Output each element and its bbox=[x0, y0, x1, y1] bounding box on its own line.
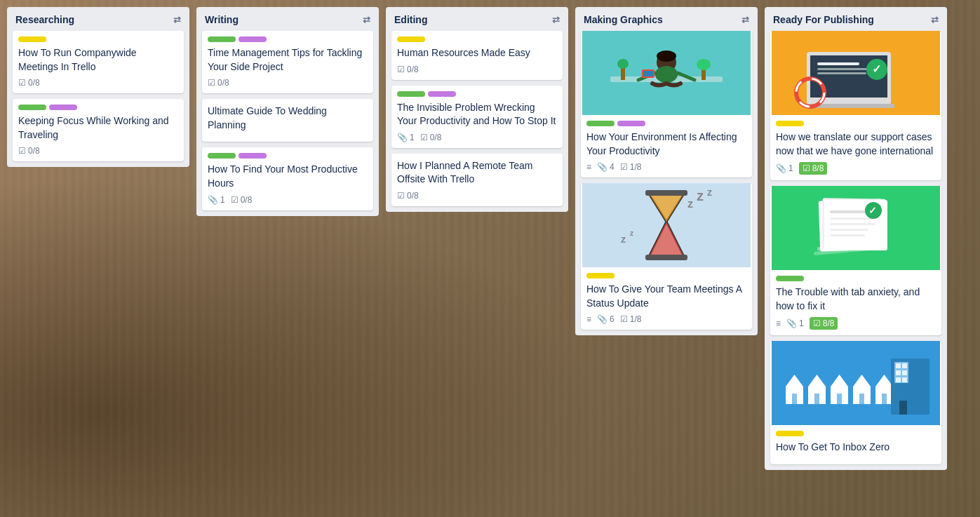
card-image-yoga bbox=[581, 31, 752, 115]
column-header-making-graphics: Making Graphics⇄ bbox=[575, 7, 758, 31]
label-purple bbox=[239, 36, 267, 42]
badge-text: 6 bbox=[610, 314, 615, 324]
expand-icon[interactable]: ⇄ bbox=[173, 15, 181, 25]
svg-text:z: z bbox=[621, 234, 626, 245]
column-actions-editing[interactable]: ⇄ bbox=[552, 15, 560, 25]
expand-icon[interactable]: ⇄ bbox=[931, 15, 939, 25]
column-title-ready-for-publishing: Ready For Publishing bbox=[773, 14, 874, 25]
card-footer: ☑0/8 bbox=[397, 191, 557, 201]
label-yellow bbox=[776, 431, 804, 436]
svg-rect-39 bbox=[830, 217, 872, 220]
svg-rect-65 bbox=[896, 370, 901, 375]
badge-text: 0/8 bbox=[241, 195, 253, 205]
svg-rect-54 bbox=[837, 394, 842, 404]
card-title: How To Get To Inbox Zero bbox=[776, 441, 936, 455]
svg-rect-51 bbox=[814, 394, 819, 404]
column-title-writing: Writing bbox=[205, 14, 239, 25]
checklist-icon: ☑ bbox=[813, 318, 821, 328]
card[interactable]: Time Management Tips for Tackling Your S… bbox=[202, 31, 373, 93]
card[interactable]: z z z z z How To Give Your Team Meetings… bbox=[581, 183, 752, 330]
card-title: How To Run Companywide Meetings In Trell… bbox=[18, 46, 178, 74]
svg-rect-25 bbox=[817, 68, 873, 70]
column-actions-making-graphics[interactable]: ⇄ bbox=[741, 15, 749, 25]
card-labels bbox=[397, 91, 557, 97]
column-header-editing: Editing⇄ bbox=[386, 7, 568, 31]
badge-checklist: ☑8/8 bbox=[810, 317, 838, 330]
column-actions-writing[interactable]: ⇄ bbox=[363, 15, 370, 25]
expand-icon[interactable]: ⇄ bbox=[741, 15, 749, 25]
attachment-icon: 📎 bbox=[786, 318, 797, 328]
label-purple bbox=[239, 153, 267, 159]
badge-text: 4 bbox=[610, 162, 615, 172]
expand-icon[interactable]: ⇄ bbox=[552, 15, 560, 25]
card[interactable]: How To Get To Inbox Zero bbox=[770, 341, 941, 464]
column-header-writing: Writing⇄ bbox=[196, 7, 379, 31]
badge-menu: ≡ bbox=[586, 314, 591, 324]
svg-point-8 bbox=[697, 59, 711, 70]
card[interactable]: How To Find Your Most Productive Hours📎1… bbox=[202, 147, 373, 210]
card-title: How To Give Your Team Meetings A Status … bbox=[586, 283, 746, 310]
card[interactable]: How To Run Companywide Meetings In Trell… bbox=[13, 31, 184, 93]
card-footer: 📎1☑0/8 bbox=[208, 195, 368, 205]
card[interactable]: Ultimate Guide To Wedding Planning bbox=[202, 99, 373, 142]
badge-attachment: 📎6 bbox=[597, 314, 615, 324]
column-header-researching: Researching⇄ bbox=[7, 7, 189, 31]
card-labels bbox=[776, 431, 936, 436]
svg-rect-24 bbox=[817, 62, 859, 65]
column-actions-ready-for-publishing[interactable]: ⇄ bbox=[931, 15, 939, 25]
column-cards-researching: How To Run Companywide Meetings In Trell… bbox=[7, 31, 189, 167]
badge-checklist: ☑0/8 bbox=[231, 195, 253, 205]
badge-checklist: ☑0/8 bbox=[18, 78, 40, 88]
badge-text: 0/8 bbox=[217, 78, 229, 88]
card-footer: ≡📎6☑1/8 bbox=[586, 314, 746, 324]
badge-attachment: 📎1 bbox=[776, 163, 793, 173]
column-ready-for-publishing: Ready For Publishing⇄ ✓ How we translate… bbox=[765, 7, 947, 470]
svg-rect-26 bbox=[817, 72, 866, 74]
card-labels bbox=[208, 153, 368, 159]
label-purple bbox=[617, 121, 645, 126]
card-title: The Invisible Problem Wrecking Your Prod… bbox=[397, 101, 557, 128]
card[interactable]: Keeping Focus While Working and Travelin… bbox=[13, 99, 184, 161]
badge-text: 8/8 bbox=[823, 318, 835, 328]
card[interactable]: ✓ The Trouble with tab anxiety, and how … bbox=[770, 186, 941, 335]
badge-checklist: ☑0/8 bbox=[397, 65, 419, 74]
card[interactable]: ✓ How we translate our support cases now… bbox=[770, 31, 941, 180]
label-green bbox=[208, 36, 236, 42]
badge-text: 0/8 bbox=[430, 133, 442, 142]
label-green bbox=[776, 276, 804, 281]
badge-menu: ≡ bbox=[776, 318, 781, 328]
menu-icon: ≡ bbox=[586, 314, 591, 324]
card-title: Ultimate Guide To Wedding Planning bbox=[208, 105, 368, 132]
expand-icon[interactable]: ⇄ bbox=[363, 15, 370, 25]
checklist-icon: ☑ bbox=[18, 78, 26, 88]
card[interactable]: Human Resources Made Easy☑0/8 bbox=[391, 31, 563, 80]
card-title: How Your Environment Is Affecting Your P… bbox=[586, 130, 746, 158]
badge-checklist: ☑0/8 bbox=[397, 191, 419, 201]
badge-attachment: 📎4 bbox=[597, 162, 615, 172]
card[interactable]: How I Planned A Remote Team Offsite With… bbox=[391, 154, 563, 206]
column-cards-ready-for-publishing: ✓ How we translate our support cases now… bbox=[765, 31, 947, 470]
svg-rect-48 bbox=[792, 394, 797, 404]
svg-rect-12 bbox=[643, 71, 653, 76]
card-footer: 📎1☑0/8 bbox=[397, 133, 557, 142]
svg-rect-67 bbox=[896, 377, 901, 382]
card-labels bbox=[208, 36, 368, 42]
card-labels bbox=[586, 121, 746, 126]
svg-rect-14 bbox=[645, 190, 687, 196]
card-footer: ≡📎4☑1/8 bbox=[586, 162, 746, 172]
column-actions-researching[interactable]: ⇄ bbox=[173, 15, 181, 25]
card[interactable]: The Invisible Problem Wrecking Your Prod… bbox=[391, 86, 563, 148]
card-title: Time Management Tips for Tackling Your S… bbox=[208, 46, 368, 74]
badge-text: 1/8 bbox=[630, 314, 642, 324]
svg-rect-42 bbox=[830, 234, 865, 236]
column-title-making-graphics: Making Graphics bbox=[584, 14, 663, 25]
card-footer: ☑0/8 bbox=[397, 65, 557, 74]
card[interactable]: How Your Environment Is Affecting Your P… bbox=[581, 31, 752, 177]
column-cards-writing: Time Management Tips for Tackling Your S… bbox=[196, 31, 379, 216]
card-labels bbox=[776, 121, 936, 126]
badge-text: 8/8 bbox=[812, 163, 824, 173]
badge-text: 0/8 bbox=[28, 78, 40, 88]
label-purple bbox=[428, 91, 456, 97]
column-making-graphics: Making Graphics⇄ How Your Environment Is… bbox=[575, 7, 758, 335]
attachment-icon: 📎 bbox=[208, 195, 218, 205]
